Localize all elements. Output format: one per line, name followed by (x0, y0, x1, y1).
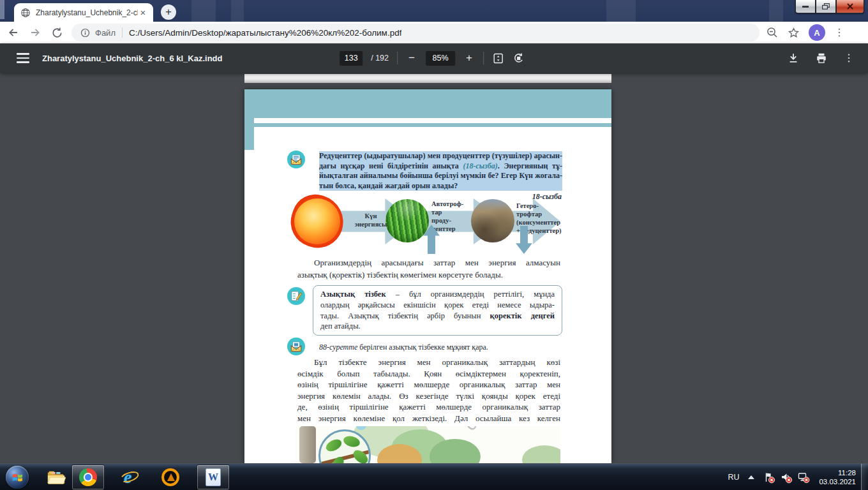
aimp-icon (161, 468, 179, 486)
taskbar-word-button[interactable]: W (197, 464, 230, 490)
task-line: 88-суретте берілген азықтық тізбекке мұқ… (319, 343, 562, 352)
navbar-right-actions: A ⋮ (766, 24, 844, 41)
pdf-right-controls: ⋮ (788, 43, 854, 73)
window-close-button[interactable] (836, 0, 864, 13)
network-disconnected-icon[interactable] (798, 471, 810, 484)
zoom-in-icon[interactable]: + (463, 52, 475, 64)
zoom-level-input[interactable]: 85% (426, 51, 455, 66)
browser-tab[interactable]: Zharatylystanu_Uchebnik_2-ch_6 × (14, 3, 153, 22)
paragraph-1: Организмдердің арасындағы заттар мен эне… (297, 257, 560, 281)
desktop-screen: Zharatylystanu_Uchebnik_2-ch_6 × + (0, 0, 868, 490)
page-header-band-2 (254, 123, 611, 127)
system-tray: RU (728, 464, 868, 490)
browser-navbar: Файл C:/Users/Admin/Desktop/жаратылыстан… (0, 22, 868, 43)
page-number-input[interactable]: 133 (340, 51, 363, 66)
window-restore-button[interactable] (816, 0, 836, 13)
window-controls (795, 0, 864, 13)
page-header-left-column (244, 118, 254, 150)
notes-pencil-icon (287, 287, 305, 305)
page-total-label: / 192 (371, 54, 389, 63)
fit-page-icon[interactable] (492, 52, 504, 64)
pdf-more-icon[interactable]: ⋮ (844, 56, 854, 60)
energy-flow-diagram: Күнэнергиясы Автотроф-тар проду-центтер … (244, 194, 611, 259)
address-bar[interactable]: Файл C:/Users/Admin/Desktop/жаратылыстан… (71, 24, 760, 41)
info-icon[interactable] (80, 28, 90, 38)
taskbar-chrome-button[interactable] (71, 464, 105, 490)
tray-expand-icon[interactable] (748, 475, 754, 479)
page-header-band (244, 89, 611, 118)
globe-favicon-icon (20, 8, 31, 18)
envelope-icon (287, 338, 305, 355)
arrow1-label: Күнэнергиясы (345, 212, 397, 228)
elephants-photo (471, 199, 514, 242)
bookmark-star-icon[interactable] (788, 27, 800, 39)
ie-icon: e (120, 468, 139, 487)
tab-title: Zharatylystanu_Uchebnik_2-ch_6 (36, 8, 138, 17)
taskbar-explorer-button[interactable] (43, 464, 69, 490)
action-center-flag-icon[interactable] (763, 471, 775, 484)
pdf-viewer-area[interactable]: Редуценттер (ыдыратушылар) мен продуцент… (0, 73, 868, 463)
background-artifact (769, 0, 783, 22)
taskbar: e W RU (0, 463, 868, 490)
new-tab-button[interactable]: + (161, 4, 176, 20)
show-desktop-button[interactable] (861, 464, 868, 490)
zoom-out-page-icon[interactable] (766, 26, 779, 39)
pdf-menu-icon[interactable] (17, 53, 29, 63)
forward-icon[interactable] (27, 24, 43, 41)
clock-time: 11:28 (819, 468, 856, 477)
draft-watermark: спасы (460, 426, 505, 434)
rotate-icon[interactable] (513, 52, 525, 64)
print-icon[interactable] (816, 52, 827, 64)
tree-trunk (299, 426, 316, 463)
chrome-icon (79, 468, 97, 486)
previous-page-edge (244, 74, 611, 83)
foliage-shape (522, 445, 560, 463)
start-button[interactable] (6, 466, 29, 489)
clock[interactable]: 11:28 03.03.2021 (819, 468, 856, 486)
envelope-icon (287, 151, 305, 168)
back-icon[interactable] (5, 24, 22, 41)
reload-icon[interactable] (49, 24, 65, 41)
pdf-toolbar: Zharatylystanu_Uchebnik_2-ch_6 kl_Kaz.in… (0, 43, 868, 73)
food-chain-illustration: спасы (296, 426, 560, 463)
pdf-center-controls: 133 / 192 − 85% + (340, 43, 525, 73)
window-minimize-button[interactable] (795, 0, 816, 13)
browser-titlebar: Zharatylystanu_Uchebnik_2-ch_6 × + (0, 0, 868, 22)
tab-close-icon[interactable]: × (138, 8, 148, 17)
taskbar-ie-button[interactable]: e (115, 464, 144, 490)
download-icon[interactable] (788, 52, 799, 64)
page-header-stripe (254, 118, 611, 123)
background-artifact (231, 0, 244, 22)
paragraph-2: Бұл тізбекте энергия мен органикалық зат… (297, 357, 560, 424)
browser-menu-icon[interactable]: ⋮ (834, 31, 844, 34)
sun-image-core (294, 198, 340, 244)
zoom-out-icon[interactable]: − (406, 52, 417, 64)
toolbar-divider (397, 52, 398, 64)
language-indicator[interactable]: RU (728, 473, 739, 482)
toolbar-divider (483, 52, 484, 64)
profile-avatar[interactable]: A (809, 24, 825, 41)
definition-box: Азықтық тізбек – бұл организмдердің ретт… (313, 285, 562, 336)
volume-muted-icon[interactable] (781, 471, 793, 484)
address-divider (122, 27, 123, 38)
textbook-page: Редуценттер (ыдыратушылар) мен продуцент… (244, 89, 611, 463)
url-text[interactable]: C:/Users/Admin/Desktop/жаратылыстану%206… (129, 28, 401, 38)
pdf-filename: Zharatylystanu_Uchebnik_2-ch_6 kl_Kaz.in… (42, 54, 222, 63)
clock-date: 03.03.2021 (819, 477, 856, 486)
background-artifact (191, 0, 216, 22)
window-edge (0, 0, 4, 19)
word-icon: W (206, 468, 221, 486)
question-text: Редуценттер (ыдыратушылар) мен продуцент… (319, 151, 562, 191)
taskbar-aimp-button[interactable] (156, 464, 185, 490)
url-scheme-label: Файл (95, 28, 116, 38)
arrow2-label: Автотроф-тар проду-центтер (431, 200, 463, 233)
background-artifact (606, 0, 636, 22)
